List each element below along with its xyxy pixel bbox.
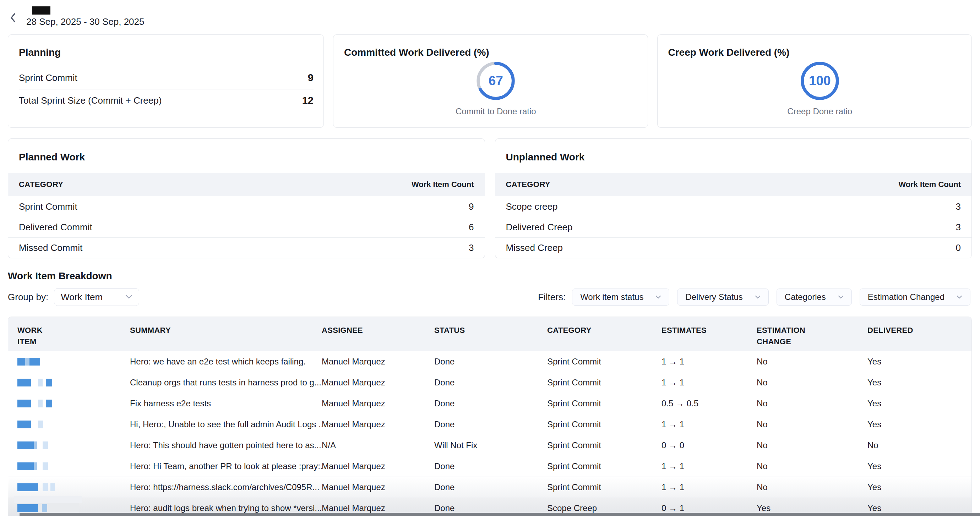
cell-category: Scope Creep [547, 503, 662, 513]
table-row[interactable]: Hero: we have an e2e test which keeps fa… [8, 351, 972, 372]
unplanned-work-title: Unplanned Work [495, 152, 972, 163]
work-item-link-redacted[interactable] [18, 399, 125, 408]
redacted-block [43, 462, 48, 470]
category-label: Missed Commit [19, 242, 83, 253]
cell-estimates: 1 → 1 [662, 378, 757, 387]
column-header-category: CATEGORY [19, 180, 63, 189]
cell-estimation-change: No [757, 357, 867, 367]
category-label: Missed Creep [506, 242, 563, 253]
filter-label: Categories [785, 292, 826, 302]
work-item-link-redacted[interactable] [18, 378, 125, 387]
cell-category: Sprint Commit [547, 419, 662, 429]
cell-category: Sprint Commit [547, 461, 662, 471]
group-by-value: Work Item [61, 292, 103, 303]
redacted-block [43, 483, 48, 491]
count-value: 9 [469, 201, 474, 212]
filter-work-item-status[interactable]: Work item status [572, 289, 669, 306]
work-item-link-redacted[interactable] [18, 483, 125, 492]
cell-delivered: Yes [867, 378, 972, 387]
cell-category: Sprint Commit [547, 378, 662, 387]
creep-donut-gauge: 100 [799, 60, 840, 102]
group-by-select[interactable]: Work Item [54, 288, 139, 306]
back-button[interactable] [9, 12, 17, 24]
cell-estimation-change: Yes [757, 503, 867, 513]
table-row[interactable]: Fix harness e2e testsManuel MarquezDoneS… [8, 393, 972, 414]
table-row[interactable]: Hero: Hi Team, another PR to look at ple… [8, 456, 972, 476]
metric-label: Sprint Commit [19, 72, 77, 83]
redacted-block [46, 379, 52, 386]
cell-delivered: No [867, 440, 972, 450]
unplanned-work-header: CATEGORY Work Item Count [495, 173, 972, 196]
filter-delivery-status[interactable]: Delivery Status [677, 289, 768, 306]
cell-status: Done [434, 419, 547, 429]
table-row[interactable]: Hero: This should have gotten pointed he… [8, 435, 972, 456]
redacted-block [42, 504, 47, 512]
chevron-down-icon [838, 294, 844, 300]
count-value: 0 [956, 242, 961, 253]
cell-category: Sprint Commit [547, 357, 662, 367]
column-header-category: CATEGORY [547, 325, 662, 351]
filter-label: Estimation Changed [868, 292, 945, 302]
planned-work-title: Planned Work [8, 152, 485, 163]
cell-status: Done [434, 461, 547, 471]
cell-estimates: 1 → 1 [662, 482, 757, 492]
table-row[interactable]: Cleanup orgs that runs tests in harness … [8, 372, 972, 393]
redacted-block [18, 483, 38, 491]
cell-estimation-change: No [757, 419, 867, 429]
cell-delivered: Yes [867, 419, 972, 429]
redacted-block [18, 441, 34, 449]
filter-estimation-changed[interactable]: Estimation Changed [860, 289, 970, 306]
redacted-block [18, 379, 31, 386]
redacted-block [25, 358, 29, 365]
table-row[interactable]: Hero: https://harness.slack.com/archives… [8, 476, 972, 497]
block-gap [31, 379, 38, 386]
cell-summary: Hero: audit logs break when trying to sh… [130, 503, 322, 513]
block-gap [31, 421, 38, 428]
work-item-link-redacted[interactable] [18, 462, 125, 471]
cell-summary: Hero: This should have gotten pointed he… [130, 440, 322, 450]
filter-chips: Work item status Delivery Status Categor… [572, 289, 970, 306]
cell-estimates: 1 → 1 [662, 461, 757, 471]
redacted-block [51, 483, 55, 491]
block-gap [43, 400, 46, 407]
bottom-edge-bar [19, 513, 980, 516]
column-header-work-item: WORKITEM [18, 325, 130, 351]
cell-estimation-change: No [757, 440, 867, 450]
planning-row-total-sprint-size: Total Sprint Size (Commit + Creep) 12 [19, 89, 313, 111]
redacted-block [34, 462, 37, 470]
work-item-link-redacted[interactable] [18, 503, 79, 513]
redacted-block [18, 462, 34, 470]
planned-work-card: Planned Work CATEGORY Work Item Count Sp… [8, 138, 485, 258]
committed-work-card: Committed Work Delivered (%) 67 Commit t… [333, 35, 648, 128]
work-item-link-redacted[interactable] [18, 441, 125, 449]
redacted-block [34, 441, 37, 449]
work-item-table-body: Hero: we have an e2e test which keeps fa… [8, 351, 972, 516]
cell-estimation-change: No [757, 482, 867, 492]
cell-assignee: Manuel Marquez [322, 461, 434, 471]
redacted-report-title [32, 6, 51, 14]
work-item-link-redacted[interactable] [18, 420, 125, 429]
cell-delivered: Yes [867, 482, 972, 492]
cell-assignee: N/A [322, 440, 434, 450]
redacted-block [18, 421, 31, 428]
filter-label: Work item status [580, 292, 643, 302]
table-row[interactable]: Hi, Hero:, Unable to see the full admin … [8, 414, 972, 435]
cell-estimation-change: No [757, 461, 867, 471]
work-item-link-redacted[interactable] [18, 357, 125, 366]
redacted-work-item-label [14, 496, 82, 503]
cell-estimation-change: No [757, 399, 867, 408]
count-value: 3 [956, 201, 961, 212]
committed-percent-value: 67 [475, 60, 516, 102]
category-label: Delivered Creep [506, 222, 573, 233]
cell-category: Sprint Commit [547, 440, 662, 450]
filter-label: Delivery Status [685, 292, 743, 302]
category-label: Sprint Commit [19, 201, 77, 212]
count-value: 6 [469, 222, 474, 233]
metric-value: 12 [302, 95, 313, 106]
creep-caption: Creep Done ratio [787, 106, 852, 116]
category-label: Delivered Commit [19, 222, 92, 233]
redacted-block [18, 400, 31, 407]
cell-assignee: Manuel Marquez [322, 378, 434, 387]
planning-row-sprint-commit: Sprint Commit 9 [19, 67, 313, 89]
filter-categories[interactable]: Categories [776, 289, 852, 306]
